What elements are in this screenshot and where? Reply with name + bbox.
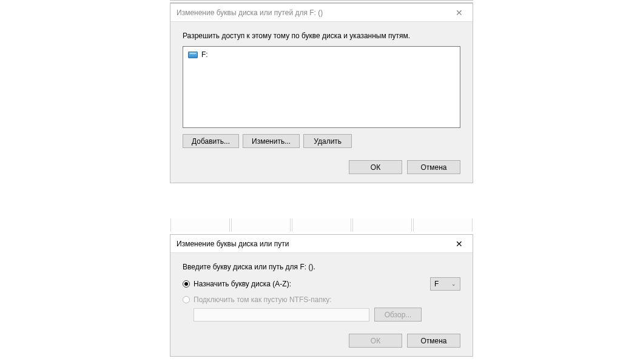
dialog1-action-row: ОК Отмена — [183, 160, 460, 174]
assign-letter-row: Назначить букву диска (A-Z): F ⌄ — [183, 277, 460, 291]
change-letter-dialog: Изменение буквы диска или пути ✕ Введите… — [170, 234, 473, 357]
browse-button: Обзор... — [374, 308, 422, 322]
drive-letter-select[interactable]: F ⌄ — [430, 277, 460, 291]
drive-icon — [188, 52, 198, 58]
chevron-down-icon: ⌄ — [451, 281, 456, 287]
radio-assign-letter[interactable]: Назначить букву диска (A-Z): — [183, 280, 291, 288]
close-icon: ✕ — [456, 8, 463, 18]
radio-mount-label: Подключить том как пустую NTFS-папку: — [194, 295, 332, 304]
background-divider — [170, 218, 473, 232]
radio-mount-folder[interactable]: Подключить том как пустую NTFS-папку: — [183, 295, 332, 304]
dialog1-title: Изменение буквы диска или путей для F: (… — [177, 8, 323, 17]
divider-seg — [292, 218, 351, 232]
browse-row: Обзор... — [183, 308, 460, 322]
divider-seg — [352, 218, 412, 232]
divider-seg — [170, 218, 230, 232]
list-item[interactable]: F: — [186, 49, 457, 60]
radio-icon — [183, 280, 190, 288]
close-button-2[interactable]: ✕ — [445, 235, 473, 253]
cancel-button-1[interactable]: Отмена — [407, 160, 460, 174]
cancel-button-2[interactable]: Отмена — [407, 334, 460, 348]
titlebar-2: Изменение буквы диска или пути ✕ — [170, 235, 473, 253]
dialog2-body: Введите букву диска или путь для F: (). … — [170, 253, 473, 356]
dialog2-instruction: Введите букву диска или путь для F: (). — [183, 263, 460, 271]
drive-paths-dialog: Изменение буквы диска или путей для F: (… — [170, 3, 473, 183]
edit-button-row: Добавить... Изменить... Удалить — [183, 134, 460, 148]
selected-letter: F — [434, 280, 439, 288]
mount-path-input — [194, 308, 369, 322]
close-button-1[interactable]: ✕ — [445, 4, 473, 22]
titlebar-1: Изменение буквы диска или путей для F: (… — [170, 4, 473, 22]
change-button[interactable]: Изменить... — [243, 134, 300, 148]
close-icon: ✕ — [456, 239, 463, 249]
add-button[interactable]: Добавить... — [183, 134, 239, 148]
dialog1-instruction: Разрешить доступ к этому тому по букве д… — [183, 32, 460, 40]
dialog1-body: Разрешить доступ к этому тому по букве д… — [170, 22, 473, 183]
drive-letter-label: F: — [201, 50, 208, 59]
ok-button-2: ОК — [349, 334, 402, 348]
divider-seg — [413, 218, 473, 232]
paths-listbox[interactable]: F: — [183, 46, 460, 128]
mount-folder-row: Подключить том как пустую NTFS-папку: — [183, 295, 460, 304]
divider-seg — [231, 218, 291, 232]
delete-button[interactable]: Удалить — [303, 134, 352, 148]
dialog2-title: Изменение буквы диска или пути — [177, 240, 289, 248]
radio-assign-label: Назначить букву диска (A-Z): — [194, 280, 291, 288]
ok-button-1[interactable]: ОК — [349, 160, 402, 174]
radio-icon — [183, 296, 190, 303]
dialog2-action-row: ОК Отмена — [183, 334, 460, 348]
